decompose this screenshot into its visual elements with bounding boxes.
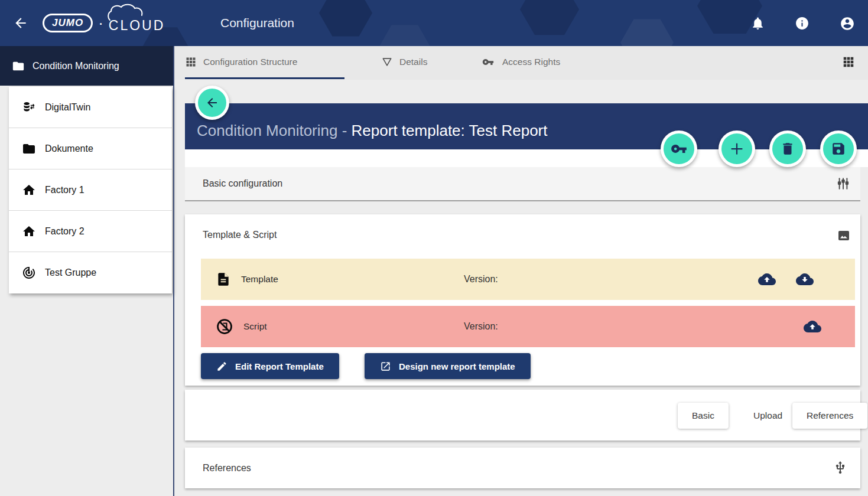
hexagon-decoration bbox=[620, 18, 674, 46]
references-panel[interactable]: References bbox=[185, 448, 860, 488]
tab-configuration-structure[interactable]: Configuration Structure bbox=[185, 46, 297, 78]
banner-title: Report template: Test Report bbox=[352, 122, 548, 139]
footer-actions-card: Basic Upload References bbox=[185, 390, 860, 440]
save-icon bbox=[823, 133, 854, 164]
design-new-report-template-button[interactable]: Design new report template bbox=[365, 353, 531, 379]
tab-access-rights[interactable]: Access Rights bbox=[480, 46, 560, 78]
file-row-label: Script bbox=[243, 321, 267, 332]
button-label: Design new report template bbox=[399, 361, 515, 371]
notifications-bell-icon[interactable] bbox=[750, 16, 765, 31]
delete-fab-button[interactable] bbox=[769, 130, 806, 167]
pencil-icon bbox=[216, 361, 227, 372]
sidebar-item-label: Factory 1 bbox=[45, 185, 84, 195]
template-script-card: Template & Script Template Version: bbox=[185, 214, 860, 386]
button-label: Basic bbox=[692, 410, 714, 421]
key-icon bbox=[664, 133, 694, 164]
version-label: Version: bbox=[464, 321, 498, 332]
cloud-upload-icon[interactable] bbox=[758, 270, 776, 288]
edit-report-template-button[interactable]: Edit Report Template bbox=[201, 353, 339, 379]
banner-underlay bbox=[185, 149, 868, 167]
sidebar-item-dokumente[interactable]: Dokumente bbox=[9, 128, 172, 169]
sidebar-item-condition-monitoring[interactable]: Condition Monitoring bbox=[0, 46, 173, 86]
hexagon-decoration bbox=[378, 24, 431, 46]
sidebar-item-label: Test Gruppe bbox=[45, 267, 96, 278]
back-button[interactable] bbox=[195, 86, 229, 120]
logo-separator-dot: · bbox=[98, 15, 103, 31]
sidebar-item-factory-2[interactable]: Factory 2 bbox=[9, 211, 172, 252]
button-label: Upload bbox=[753, 410, 782, 421]
detail-banner: Condition Monitoring - Report template: … bbox=[185, 103, 868, 149]
key-icon bbox=[480, 56, 496, 68]
hexagon-decoration bbox=[520, 0, 579, 37]
document-icon bbox=[216, 272, 231, 287]
folder-icon bbox=[22, 142, 36, 156]
references-button[interactable]: References bbox=[792, 403, 867, 429]
panel-title: References bbox=[203, 463, 251, 474]
sidebar-divider bbox=[173, 46, 174, 496]
sidebar-item-label: Condition Monitoring bbox=[32, 61, 119, 71]
usb-icon[interactable] bbox=[833, 461, 849, 476]
home-icon bbox=[22, 224, 36, 239]
filter-triangle-icon bbox=[381, 56, 393, 68]
sliders-icon[interactable] bbox=[836, 176, 851, 191]
app-window: JUMO · CLOUD Configuration Condition bbox=[0, 0, 868, 496]
panel-title: Basic configuration bbox=[203, 178, 282, 189]
cloud-upload-icon[interactable] bbox=[804, 318, 821, 335]
script-disabled-icon bbox=[216, 318, 233, 335]
sidebar-item-digitaltwin[interactable]: DigitalTwin bbox=[9, 87, 172, 128]
sidebar-item-factory-1[interactable]: Factory 1 bbox=[9, 169, 172, 211]
track-changes-icon bbox=[22, 266, 36, 280]
script-row: Script Version: bbox=[201, 306, 855, 347]
tab-details[interactable]: Details bbox=[381, 46, 427, 78]
jumo-logo-badge: JUMO bbox=[43, 14, 93, 32]
account-icon[interactable] bbox=[840, 16, 854, 31]
button-label: Edit Report Template bbox=[235, 361, 324, 371]
folder-icon bbox=[12, 60, 25, 73]
tab-label: Details bbox=[399, 57, 427, 67]
sidebar-item-test-gruppe[interactable]: Test Gruppe bbox=[9, 252, 172, 293]
jumo-cloud-logo[interactable]: JUMO · CLOUD bbox=[43, 12, 165, 34]
template-row: Template Version: bbox=[201, 259, 855, 300]
header-back-icon[interactable] bbox=[13, 15, 28, 31]
plus-icon bbox=[721, 133, 752, 164]
trash-icon bbox=[772, 133, 803, 164]
sidebar-sublist: DigitalTwin Dokumente Factory 1 Factory … bbox=[9, 87, 172, 293]
file-row-label: Template bbox=[241, 274, 278, 285]
top-header: JUMO · CLOUD Configuration bbox=[0, 0, 868, 46]
hexagon-decoration bbox=[319, 0, 372, 38]
button-label: References bbox=[807, 410, 853, 421]
sidebar-item-label: Dokumente bbox=[45, 143, 93, 154]
add-fab-button[interactable] bbox=[719, 130, 755, 167]
sidebar-item-label: DigitalTwin bbox=[45, 102, 90, 113]
tab-label: Access Rights bbox=[502, 57, 560, 67]
image-icon[interactable] bbox=[837, 229, 851, 243]
cloud-outline-icon bbox=[106, 4, 165, 21]
arrow-left-icon bbox=[198, 89, 226, 117]
grid-icon bbox=[185, 56, 197, 68]
home-icon bbox=[22, 183, 36, 197]
basic-button[interactable]: Basic bbox=[678, 403, 729, 429]
cloud-logo-text: CLOUD bbox=[109, 12, 165, 34]
digital-twin-icon bbox=[22, 100, 36, 115]
page-title: Configuration bbox=[220, 0, 294, 46]
access-rights-fab-button[interactable] bbox=[661, 130, 697, 167]
tab-bar: Configuration Structure Details Access R… bbox=[174, 46, 868, 80]
upload-button[interactable]: Upload bbox=[739, 403, 797, 429]
basic-configuration-panel[interactable]: Basic configuration bbox=[185, 167, 860, 201]
apps-grid-icon[interactable] bbox=[842, 56, 855, 68]
sidebar: Condition Monitoring DigitalTwin bbox=[0, 46, 173, 496]
tab-label: Configuration Structure bbox=[203, 57, 297, 67]
active-tab-underline bbox=[185, 77, 344, 80]
version-label: Version: bbox=[464, 274, 498, 285]
section-title: Template & Script bbox=[203, 230, 277, 240]
banner-breadcrumb: Condition Monitoring - bbox=[197, 122, 352, 139]
info-icon[interactable] bbox=[795, 16, 810, 31]
open-in-new-icon bbox=[380, 361, 391, 372]
sidebar-item-label: Factory 2 bbox=[45, 226, 84, 237]
cloud-download-icon[interactable] bbox=[796, 270, 814, 288]
save-fab-button[interactable] bbox=[820, 130, 857, 167]
